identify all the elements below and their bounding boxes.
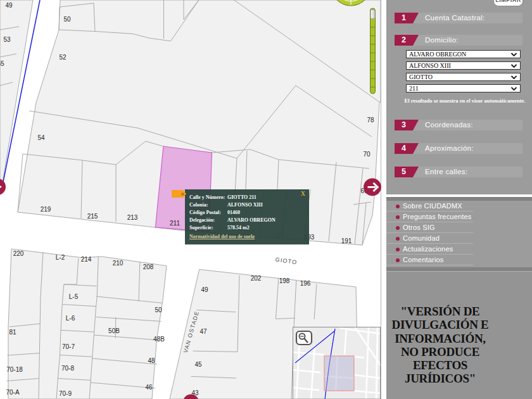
svg-text:198: 198 <box>279 277 290 284</box>
svg-text:70-9: 70-9 <box>59 390 72 397</box>
svg-text:191: 191 <box>341 238 352 244</box>
svg-text:55: 55 <box>0 60 4 67</box>
svg-text:81: 81 <box>9 329 16 336</box>
svg-text:213: 213 <box>127 214 138 221</box>
svg-text:70-A: 70-A <box>6 389 19 396</box>
svg-text:196: 196 <box>300 280 311 287</box>
svg-text:47: 47 <box>200 328 207 335</box>
svg-text:50: 50 <box>63 16 71 23</box>
svg-text:49: 49 <box>201 286 208 293</box>
svg-text:208: 208 <box>143 263 154 270</box>
svg-text:49: 49 <box>5 2 13 9</box>
svg-text:L-6: L-6 <box>66 315 75 322</box>
svg-text:210: 210 <box>113 260 124 267</box>
svg-text:52: 52 <box>59 54 66 61</box>
svg-text:70: 70 <box>363 151 370 158</box>
svg-text:215: 215 <box>87 213 98 220</box>
svg-text:45: 45 <box>194 361 202 368</box>
svg-text:220: 220 <box>13 250 24 257</box>
svg-text:53: 53 <box>3 36 11 43</box>
svg-text:L-5: L-5 <box>69 293 79 300</box>
svg-text:78: 78 <box>367 117 374 124</box>
svg-text:54: 54 <box>37 134 45 141</box>
svg-text:50: 50 <box>155 307 162 314</box>
svg-text:48B: 48B <box>153 336 165 343</box>
svg-text:46: 46 <box>145 384 153 391</box>
svg-text:50B: 50B <box>108 327 120 334</box>
svg-text:211: 211 <box>170 220 180 227</box>
svg-text:70-18: 70-18 <box>6 366 23 373</box>
svg-text:L-2: L-2 <box>56 254 65 261</box>
svg-text:70-8: 70-8 <box>61 365 74 372</box>
svg-text:214: 214 <box>81 256 92 263</box>
svg-text:219: 219 <box>41 206 51 213</box>
svg-text:48: 48 <box>148 357 155 364</box>
svg-text:70-7: 70-7 <box>62 343 75 350</box>
svg-text:202: 202 <box>251 275 262 282</box>
